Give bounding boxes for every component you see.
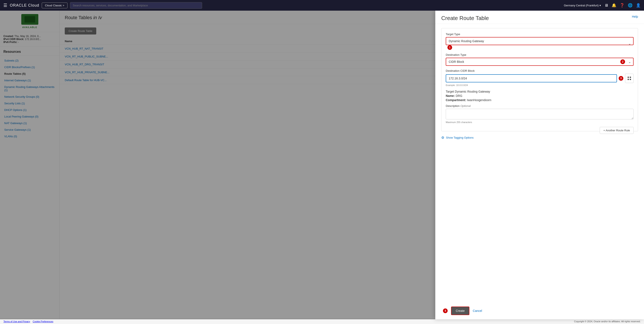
destination-type-select-wrapper: CIDR Block 2 — [446, 58, 634, 66]
top-navigation: ☰ ORACLE Cloud Cloud Classic > Germany C… — [0, 0, 644, 11]
user-icon[interactable]: 👤 — [636, 3, 640, 8]
modal-actions: 4 Create Cancel — [435, 303, 644, 319]
hamburger-menu-icon[interactable]: ☰ — [4, 3, 7, 8]
step-1-badge: 1 — [448, 45, 452, 50]
target-drg-heading: Target Dynamic Routing Gateway — [446, 90, 634, 93]
description-textarea[interactable] — [446, 109, 634, 119]
cookie-link[interactable]: Cookie Preferences — [33, 320, 54, 323]
destination-type-group: Destination Type CIDR Block 2 — [446, 53, 634, 66]
modal-panel: Create Route Table Help Target Type Dyna… — [435, 11, 644, 319]
description-label: Description Optional — [446, 104, 634, 107]
optional-label: Optional — [460, 104, 471, 107]
cancel-button[interactable]: Cancel — [473, 309, 482, 313]
terms-link[interactable]: Terms of Use and Privacy — [4, 320, 30, 323]
step-4-badge: 4 — [443, 309, 448, 313]
show-tagging-section[interactable]: ⚙ Show Tagging Options — [441, 136, 638, 140]
target-type-group: Target Type Dynamic Routing Gateway 1 — [446, 32, 634, 50]
tagging-icon: ⚙ — [441, 136, 444, 140]
footer: Terms of Use and Privacy Cookie Preferen… — [0, 319, 644, 324]
modal-header: Create Route Table Help — [435, 11, 644, 24]
destination-cidr-input[interactable]: 172.16.3.0/24 — [446, 74, 617, 82]
target-type-label: Target Type — [446, 32, 634, 36]
svg-rect-1 — [630, 77, 631, 78]
svg-rect-3 — [630, 79, 631, 80]
modal-title: Create Route Table — [441, 15, 489, 21]
destination-cidr-label: Destination CIDR Block — [446, 69, 634, 72]
step-2-badge: 2 — [620, 59, 625, 64]
footer-right: Copyright © 2024, Oracle and/or its affi… — [574, 320, 640, 323]
target-drg-compartment: Compartment: IwanHoogendoorn — [446, 98, 634, 102]
route-rule-section: Target Type Dynamic Routing Gateway 1 De… — [441, 28, 638, 131]
help-icon[interactable]: ❓ — [620, 3, 624, 8]
globe-icon[interactable]: 🌐 — [628, 3, 632, 8]
bell-icon[interactable]: 🔔 — [612, 3, 616, 8]
help-link[interactable]: Help — [632, 15, 638, 18]
target-drg-name: Name: DRG — [446, 94, 634, 97]
chevron-down-icon: ▾ — [600, 4, 601, 7]
grid-icon — [625, 74, 634, 83]
region-label: Germany Central (Frankfurt) — [564, 4, 599, 7]
target-drg-info: Target Dynamic Routing Gateway Name: DRG… — [446, 90, 634, 102]
nav-right: Germany Central (Frankfurt) ▾ 🖥 🔔 ❓ 🌐 👤 — [564, 3, 640, 8]
step-3-badge: 3 — [619, 76, 623, 81]
search-input[interactable] — [70, 2, 202, 9]
footer-left: Terms of Use and Privacy Cookie Preferen… — [4, 320, 53, 323]
destination-cidr-group: Destination CIDR Block 172.16.3.0/24 3 — [446, 69, 634, 86]
description-group: Description Optional Maximum 255 charact… — [446, 104, 634, 123]
show-tagging-label: Show Tagging Options — [446, 136, 474, 139]
destination-type-select[interactable]: CIDR Block — [446, 58, 634, 66]
region-selector[interactable]: Germany Central (Frankfurt) ▾ — [564, 4, 601, 7]
oracle-logo: ORACLE Cloud — [10, 3, 39, 8]
modal-body: Target Type Dynamic Routing Gateway 1 De… — [435, 24, 644, 303]
cidr-hint: Example: 10.0.0.0/24 — [446, 84, 634, 86]
modal-overlay: Create Route Table Help Target Type Dyna… — [0, 11, 644, 319]
svg-rect-2 — [628, 79, 629, 80]
monitor-icon[interactable]: 🖥 — [604, 3, 608, 8]
add-route-rule-button[interactable]: + Another Route Rule — [600, 127, 634, 134]
target-type-select-wrapper: Dynamic Routing Gateway 1 — [446, 37, 634, 50]
destination-type-label: Destination Type — [446, 53, 634, 56]
description-max-hint: Maximum 255 characters — [446, 121, 634, 123]
target-type-select[interactable]: Dynamic Routing Gateway — [446, 37, 634, 45]
cloud-classic-button[interactable]: Cloud Classic > — [42, 2, 68, 8]
svg-rect-0 — [628, 77, 629, 78]
create-button[interactable]: Create — [451, 307, 469, 315]
